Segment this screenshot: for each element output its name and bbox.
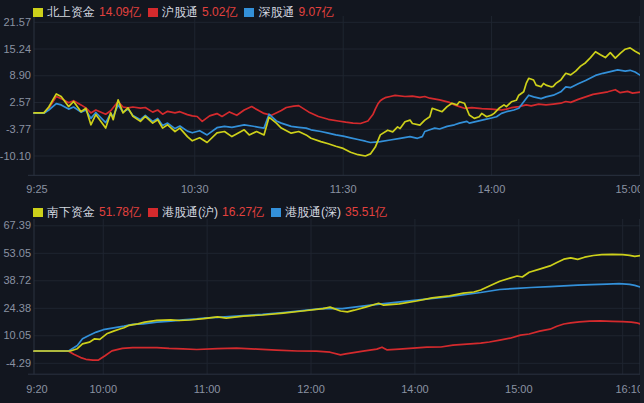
x-axis-tick-label: 16:10	[615, 383, 643, 395]
legend-value: 35.51亿	[345, 205, 387, 219]
series-line-sz_connect	[34, 70, 640, 143]
legend-value: 5.02亿	[202, 5, 237, 19]
legend-value: 9.07亿	[298, 5, 333, 19]
legend-value: 16.27亿	[222, 205, 264, 219]
legend-item-sz-connect[interactable]: 深股通 9.07亿	[244, 5, 333, 19]
x-axis-tick-label: 14:00	[478, 183, 506, 195]
y-axis-tick-label: 10.05	[3, 329, 31, 341]
y-axis-tick-label: 2.57	[10, 96, 31, 108]
legend-label: 南下资金	[47, 205, 95, 219]
x-axis-tick-label: 10:30	[181, 183, 209, 195]
hk-sh-swatch-icon	[148, 208, 158, 217]
sh-connect-swatch-icon	[148, 8, 158, 17]
sz-connect-swatch-icon	[244, 8, 254, 17]
series-line-sh_connect	[34, 90, 640, 124]
x-axis-tick-label: 11:00	[194, 383, 221, 395]
flow-charts-canvas[interactable]: 21.5715.248.902.57-3.77-10.109:2510:3011…	[0, 0, 644, 403]
y-axis-tick-label: 24.38	[3, 302, 31, 314]
x-axis-tick-label: 15:00	[615, 183, 643, 195]
y-axis-tick-label: -3.77	[6, 123, 31, 135]
y-axis-tick-label: 15.24	[3, 43, 31, 55]
legend-label: 北上资金	[47, 5, 95, 19]
south-funds-legend: 南下资金 51.78亿 港股通(沪) 16.27亿 港股通(深) 35.51亿	[33, 205, 387, 219]
y-axis-tick-label: -10.10	[0, 150, 31, 162]
legend-label: 港股通(沪)	[162, 205, 218, 219]
y-axis-tick-label: 38.72	[3, 274, 31, 286]
legend-value: 14.09亿	[99, 5, 141, 19]
y-axis-tick-label: 8.90	[10, 69, 31, 81]
x-axis-tick-label: 11:30	[330, 183, 357, 195]
south-total-swatch-icon	[33, 208, 43, 217]
y-axis-tick-label: 53.05	[3, 247, 31, 259]
hk-sz-swatch-icon	[271, 208, 281, 217]
legend-label: 港股通(深)	[285, 205, 341, 219]
legend-item-hk-sz-connect[interactable]: 港股通(深) 35.51亿	[271, 205, 387, 219]
x-axis-tick-label: 9:20	[26, 383, 47, 395]
x-axis-tick-label: 14:00	[401, 383, 429, 395]
legend-item-sh-connect[interactable]: 沪股通 5.02亿	[148, 5, 237, 19]
y-axis-tick-label: -4.29	[6, 357, 31, 369]
series-line-sz_connect	[34, 284, 640, 351]
legend-label: 沪股通	[162, 5, 198, 19]
y-axis-tick-label: 21.57	[3, 16, 31, 28]
north-funds-legend: 北上资金 14.09亿 沪股通 5.02亿 深股通 9.07亿	[33, 5, 334, 19]
right-edge-shade	[640, 0, 644, 403]
north-total-swatch-icon	[33, 8, 43, 17]
legend-item-hk-sh-connect[interactable]: 港股通(沪) 16.27亿	[148, 205, 264, 219]
legend-item-south-total[interactable]: 南下资金 51.78亿	[33, 205, 141, 219]
y-axis-tick-label: 67.39	[3, 219, 31, 231]
x-axis-tick-label: 9:25	[26, 183, 47, 195]
x-axis-tick-label: 15:00	[505, 383, 533, 395]
x-axis-tick-label: 12:00	[297, 383, 325, 395]
series-line-north_total	[34, 48, 640, 156]
legend-value: 51.78亿	[99, 205, 141, 219]
series-line-north_total	[34, 254, 640, 351]
x-axis-tick-label: 10:00	[89, 383, 117, 395]
legend-label: 深股通	[258, 5, 294, 19]
legend-item-north-total[interactable]: 北上资金 14.09亿	[33, 5, 141, 19]
capital-flow-panel: 北上资金 14.09亿 沪股通 5.02亿 深股通 9.07亿 南下资金 51.…	[0, 0, 644, 403]
